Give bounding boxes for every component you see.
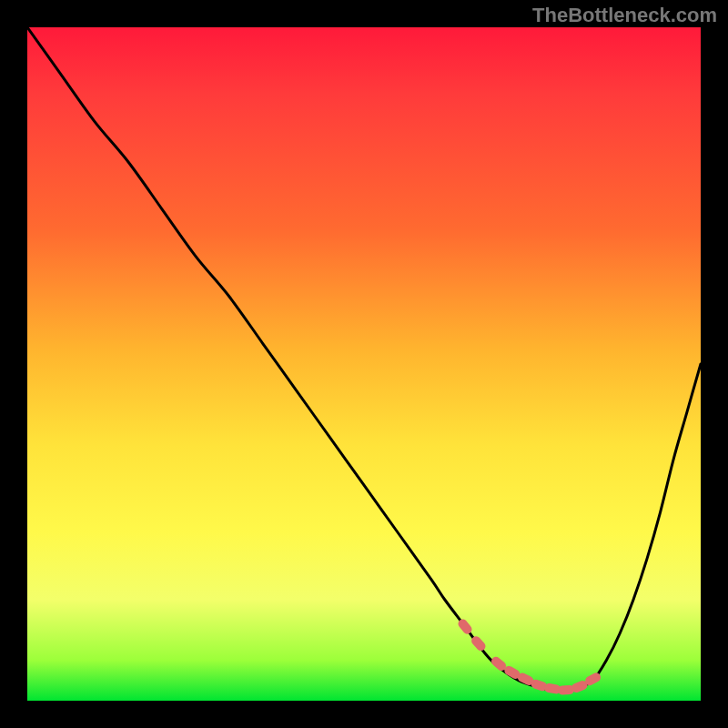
chart-container: TheBottleneck.com xyxy=(0,0,728,728)
plot-area xyxy=(27,27,701,701)
watermark-text: TheBottleneck.com xyxy=(532,4,717,27)
chart-svg xyxy=(27,27,701,701)
curve-markers xyxy=(456,617,602,694)
bottleneck-curve xyxy=(27,27,701,691)
